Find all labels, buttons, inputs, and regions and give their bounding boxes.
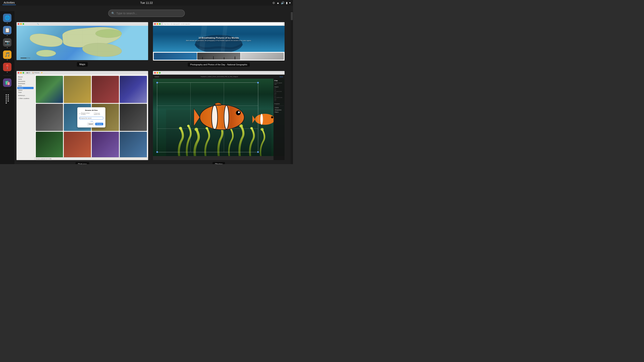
crop-handle-bl[interactable]	[156, 151, 158, 153]
natgeo-window[interactable]: http://www.nationalgeographic.com/photog…	[152, 22, 285, 61]
rename-buttons: Cancel Rename	[80, 123, 103, 125]
wifi-icon[interactable]: ▲	[276, 1, 279, 4]
dimensions-values: 2×13×24×3 (4320×3240 100)5×35×416×9 (384…	[274, 88, 284, 102]
dock-item-maps[interactable]: 📍	[2, 62, 13, 73]
activities-overlay: 🔍 🌐 📋 📷 🎵 📍	[0, 6, 293, 164]
rename-dialog: Rename 26 Files ● Rename using a templat…	[77, 107, 106, 128]
file-thumb[interactable]	[120, 104, 147, 131]
browser-icon: 🌐	[3, 14, 12, 22]
maps-window[interactable]: 🔍	[16, 22, 148, 60]
svg-point-30	[271, 116, 273, 118]
file-thumb[interactable]	[92, 76, 119, 103]
file-thumb[interactable]	[36, 132, 63, 159]
natgeo-content: 10 Breathtaking Pictures of Icy Worlds B…	[153, 26, 284, 60]
dock-separator	[3, 75, 11, 76]
sidebar-videos[interactable]: Videos	[17, 89, 34, 91]
dock-item-appgrid[interactable]	[2, 92, 13, 106]
sidebar-pictures[interactable]: Pictures	[17, 87, 34, 89]
workspace-thumb[interactable]	[291, 12, 293, 20]
workspace-switcher[interactable]	[290, 11, 293, 164]
sidebar-music[interactable]: Music	[17, 85, 34, 87]
camera-icon: 📷	[3, 38, 12, 47]
sharpness-tool[interactable]: Sharpness	[274, 109, 284, 111]
dock-item-music[interactable]: 🎵	[2, 50, 13, 61]
windows-area: 🔍	[16, 22, 285, 160]
file-thumb[interactable]	[64, 132, 91, 159]
photos-window-wrapper: Cancel Amphiprion_ocellaris_[Clown_anemo…	[152, 71, 285, 164]
photo-strip	[153, 52, 284, 60]
sidebar-other-locations[interactable]: + Other Locations	[17, 97, 34, 99]
status-bar: 70 items selected (117.0 MB)	[34, 157, 148, 160]
dock-item-camera[interactable]: 📷	[2, 37, 13, 49]
sidebar-home[interactable]: Home	[17, 78, 34, 80]
pictures-window-wrapper: ◀ ▶ ⊕ 🏠 Pictures 📂 Recent Home Documents…	[16, 71, 148, 164]
sidebar-android[interactable]: andrass.pi...	[17, 94, 34, 96]
add-button[interactable]: + Add	[80, 121, 103, 122]
aspect-ratio-label: ☐ Lock aspect ratio	[274, 82, 284, 85]
app-grid-icon	[4, 93, 10, 105]
svg-point-28	[255, 114, 275, 125]
natgeo-window-label: Photography and Photos of the Day - Nati…	[188, 62, 250, 66]
dock-item-browser[interactable]: 🌐	[2, 13, 13, 24]
rename-confirm-button[interactable]: Rename	[95, 123, 103, 125]
photos-titlebar	[153, 71, 284, 75]
file-thumb[interactable]	[36, 76, 63, 103]
search-bar[interactable]: 🔍	[108, 10, 185, 17]
photos-window-label: Photos	[212, 162, 225, 164]
photos-filename: Amphiprion_ocellaris_[Clown_anemonefish]…	[201, 76, 238, 77]
colors-tool[interactable]: Colors	[274, 107, 284, 109]
file-thumb[interactable]	[120, 76, 147, 103]
selection-status: 70 items selected (117.0 MB)	[36, 158, 52, 159]
maps-icon: 📍	[3, 63, 12, 71]
filters-tool[interactable]: Filters	[274, 111, 284, 113]
pictures-window[interactable]: ◀ ▶ ⊕ 🏠 Pictures 📂 Recent Home Documents…	[16, 71, 148, 160]
file-thumb[interactable]	[64, 76, 91, 103]
dock-active-dot	[7, 35, 8, 36]
natgeo-window-wrapper: http://www.nationalgeographic.com/photog…	[152, 22, 285, 66]
photos-tools-panel: Crop ☐ Lock aspect ratio Original 2×13×2…	[274, 79, 284, 160]
battery-icon[interactable]: ▮	[286, 1, 288, 4]
activities-button[interactable]: Activities	[2, 0, 16, 5]
sidebar-documents[interactable]: Documents	[17, 80, 34, 82]
sidebar-downloads[interactable]: Downloads	[17, 82, 34, 85]
browser-url[interactable]: http://www.nationalgeographic.com/photog…	[163, 22, 283, 25]
crop-handle-tr[interactable]	[257, 82, 259, 83]
rename-input[interactable]	[80, 117, 103, 119]
file-thumb[interactable]	[36, 104, 63, 131]
topbar: Activities Tue 11:22 ⊙ ▲ 🔊 ▮ ▾	[0, 0, 293, 6]
photos-content: Cancel Amphiprion_ocellaris_[Clown_anemo…	[153, 75, 284, 160]
search-input[interactable]	[116, 12, 182, 15]
pictures-titlebar: ◀ ▶ ⊕ 🏠 Pictures 📂	[16, 71, 148, 75]
photos-cancel[interactable]: Cancel	[154, 76, 159, 77]
crop-handle-tl[interactable]	[156, 82, 158, 83]
maps-window-wrapper: 🔍	[16, 22, 148, 66]
sidebar-trash[interactable]: Trash	[17, 91, 34, 93]
appstore-icon: 🛍️	[3, 78, 12, 87]
photo-thumb-2	[197, 53, 240, 60]
file-thumb[interactable]	[120, 132, 147, 159]
files-content: Recent Home Documents Downloads Music Pi…	[16, 75, 148, 160]
rename-template-label: Rename using a template	[81, 112, 91, 115]
rename-dialog-title: Rename 26 Files	[80, 109, 103, 111]
photos-window[interactable]: Cancel Amphiprion_ocellaris_[Clown_anemo…	[152, 71, 285, 160]
clownfish-scene	[153, 79, 284, 156]
sidebar-recent[interactable]: Recent	[17, 76, 34, 78]
svg-point-11	[179, 127, 182, 129]
natgeo-titlebar: http://www.nationalgeographic.com/photog…	[153, 22, 284, 26]
dock-item-appstore[interactable]: 🛍️	[2, 78, 13, 88]
photos-done[interactable]: Done	[280, 76, 283, 77]
maps-titlebar: 🔍	[16, 22, 148, 26]
power-menu-icon[interactable]: ▾	[289, 1, 290, 4]
file-thumb[interactable]	[92, 132, 119, 159]
target-icon[interactable]: ⊙	[272, 1, 275, 4]
hero-title: 10 Breathtaking Pictures of Icy Worlds	[186, 36, 252, 39]
svg-point-26	[238, 111, 240, 113]
files-sidebar: Recent Home Documents Downloads Music Pi…	[16, 75, 34, 160]
volume-icon[interactable]: 🔊	[281, 1, 284, 4]
dock-active-dot	[7, 23, 8, 23]
straighten-btn[interactable]: Straighten	[274, 103, 284, 104]
dock-active-dot	[7, 59, 8, 60]
rename-cancel-button[interactable]: Cancel	[87, 123, 94, 125]
crop-tool-label: Crop	[274, 80, 284, 81]
dock-item-files[interactable]: 📋	[2, 25, 13, 37]
